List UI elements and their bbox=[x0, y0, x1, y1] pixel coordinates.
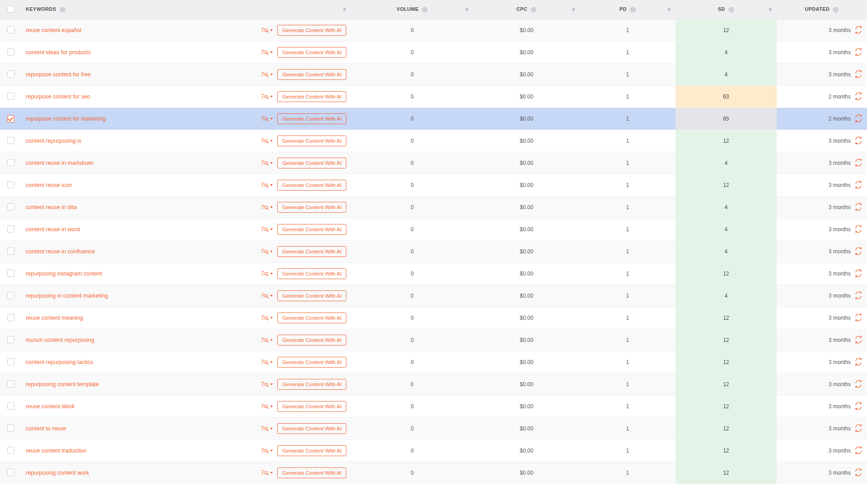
generate-content-button[interactable]: Generate Content With AI bbox=[277, 445, 346, 456]
keyword-link[interactable]: repurpose content for free bbox=[26, 71, 91, 78]
refresh-icon[interactable] bbox=[854, 380, 862, 389]
keyword-link[interactable]: content ideas for products bbox=[26, 49, 91, 56]
row-checkbox[interactable] bbox=[7, 159, 14, 166]
refresh-icon[interactable] bbox=[854, 424, 862, 434]
header-volume[interactable]: VOLUME bbox=[351, 0, 473, 19]
row-checkbox[interactable] bbox=[7, 225, 14, 233]
refresh-icon[interactable] bbox=[854, 48, 862, 57]
header-keywords[interactable]: KEYWORDS bbox=[21, 0, 351, 19]
row-checkbox[interactable] bbox=[7, 314, 14, 321]
keyword-lookup-icon[interactable] bbox=[261, 115, 273, 122]
info-icon[interactable] bbox=[728, 7, 734, 13]
keyword-lookup-icon[interactable] bbox=[261, 425, 273, 432]
keyword-lookup-icon[interactable] bbox=[261, 159, 273, 167]
generate-content-button[interactable]: Generate Content With AI bbox=[277, 91, 346, 102]
generate-content-button[interactable]: Generate Content With AI bbox=[277, 224, 346, 235]
keyword-lookup-icon[interactable] bbox=[261, 403, 273, 410]
refresh-icon[interactable] bbox=[854, 358, 862, 367]
keyword-link[interactable]: munch content repurposing bbox=[26, 337, 94, 343]
keyword-link[interactable]: content repurposing tactics bbox=[26, 359, 93, 365]
refresh-icon[interactable] bbox=[854, 446, 862, 456]
refresh-icon[interactable] bbox=[854, 269, 862, 279]
keyword-lookup-icon[interactable] bbox=[261, 248, 273, 255]
refresh-icon[interactable] bbox=[854, 136, 862, 146]
refresh-icon[interactable] bbox=[854, 70, 862, 79]
keyword-lookup-icon[interactable] bbox=[261, 182, 273, 189]
refresh-icon[interactable] bbox=[854, 336, 862, 345]
refresh-icon[interactable] bbox=[854, 203, 862, 212]
generate-content-button[interactable]: Generate Content With AI bbox=[277, 69, 346, 80]
row-checkbox[interactable] bbox=[7, 26, 14, 33]
keyword-link[interactable]: content reuse in markdown bbox=[26, 160, 93, 166]
keyword-link[interactable]: content reuse in dita bbox=[26, 204, 77, 210]
generate-content-button[interactable]: Generate Content With AI bbox=[277, 158, 346, 168]
keyword-link[interactable]: reuse content tiktok bbox=[26, 403, 75, 410]
sort-icon[interactable] bbox=[465, 8, 469, 12]
refresh-icon[interactable] bbox=[854, 114, 862, 124]
generate-content-button[interactable]: Generate Content With AI bbox=[277, 467, 346, 478]
generate-content-button[interactable]: Generate Content With AI bbox=[277, 246, 346, 257]
info-icon[interactable] bbox=[630, 7, 636, 13]
row-checkbox[interactable] bbox=[7, 115, 14, 122]
keyword-lookup-icon[interactable] bbox=[261, 137, 273, 145]
row-checkbox[interactable] bbox=[7, 358, 14, 365]
keyword-lookup-icon[interactable] bbox=[261, 27, 273, 34]
sort-icon[interactable] bbox=[572, 8, 575, 12]
keyword-lookup-icon[interactable] bbox=[261, 71, 273, 78]
keyword-lookup-icon[interactable] bbox=[261, 226, 273, 233]
generate-content-button[interactable]: Generate Content With AI bbox=[277, 357, 346, 368]
refresh-icon[interactable] bbox=[854, 402, 862, 411]
row-checkbox[interactable] bbox=[7, 469, 14, 476]
row-checkbox[interactable] bbox=[7, 336, 14, 343]
keyword-link[interactable]: repurposing instagram content bbox=[26, 271, 102, 277]
refresh-icon[interactable] bbox=[854, 291, 862, 301]
sort-icon[interactable] bbox=[343, 8, 346, 12]
generate-content-button[interactable]: Generate Content With AI bbox=[277, 401, 346, 412]
header-sd[interactable]: SD bbox=[676, 0, 777, 19]
info-icon[interactable] bbox=[422, 7, 428, 13]
select-all-checkbox[interactable] bbox=[7, 5, 14, 13]
row-checkbox[interactable] bbox=[7, 292, 14, 299]
sort-icon[interactable] bbox=[769, 8, 772, 12]
keyword-lookup-icon[interactable] bbox=[261, 93, 273, 100]
row-checkbox[interactable] bbox=[7, 270, 14, 277]
keyword-link[interactable]: content to reuse bbox=[26, 425, 66, 432]
generate-content-button[interactable]: Generate Content With AI bbox=[277, 25, 346, 36]
keyword-link[interactable]: repurposing in content marketing bbox=[26, 293, 108, 299]
row-checkbox[interactable] bbox=[7, 181, 14, 188]
refresh-icon[interactable] bbox=[854, 159, 862, 168]
keyword-lookup-icon[interactable] bbox=[261, 336, 273, 344]
generate-content-button[interactable]: Generate Content With AI bbox=[277, 335, 346, 345]
keyword-link[interactable]: reuse content español bbox=[26, 27, 81, 33]
keyword-lookup-icon[interactable] bbox=[261, 359, 273, 366]
row-checkbox[interactable] bbox=[7, 247, 14, 255]
keyword-lookup-icon[interactable] bbox=[261, 381, 273, 388]
header-cpc[interactable]: CPC bbox=[473, 0, 580, 19]
generate-content-button[interactable]: Generate Content With AI bbox=[277, 379, 346, 390]
keyword-link[interactable]: content reuse in word bbox=[26, 226, 80, 233]
generate-content-button[interactable]: Generate Content With AI bbox=[277, 113, 346, 124]
generate-content-button[interactable]: Generate Content With AI bbox=[277, 135, 346, 146]
keyword-link[interactable]: content reuse icon bbox=[26, 182, 72, 188]
keyword-lookup-icon[interactable] bbox=[261, 292, 273, 299]
row-checkbox[interactable] bbox=[7, 402, 14, 410]
keyword-link[interactable]: repurposing content template bbox=[26, 381, 99, 387]
keyword-link[interactable]: reuse content meaning bbox=[26, 315, 83, 321]
refresh-icon[interactable] bbox=[854, 468, 862, 478]
keyword-link[interactable]: repurpose content for marketing bbox=[26, 116, 106, 122]
keyword-link[interactable]: content repurposing is bbox=[26, 138, 81, 144]
refresh-icon[interactable] bbox=[854, 313, 862, 323]
row-checkbox[interactable] bbox=[7, 70, 14, 78]
info-icon[interactable] bbox=[531, 7, 536, 13]
keyword-lookup-icon[interactable] bbox=[261, 447, 273, 454]
keyword-link[interactable]: repurposing content work bbox=[26, 470, 89, 476]
row-checkbox[interactable] bbox=[7, 447, 14, 454]
header-pd[interactable]: PD bbox=[580, 0, 676, 19]
info-icon[interactable] bbox=[60, 7, 65, 13]
keyword-link[interactable]: repurpose content for seo bbox=[26, 93, 90, 100]
generate-content-button[interactable]: Generate Content With AI bbox=[277, 180, 346, 191]
row-checkbox[interactable] bbox=[7, 93, 14, 100]
keyword-lookup-icon[interactable] bbox=[261, 49, 273, 56]
keyword-lookup-icon[interactable] bbox=[261, 314, 273, 322]
generate-content-button[interactable]: Generate Content With AI bbox=[277, 268, 346, 279]
